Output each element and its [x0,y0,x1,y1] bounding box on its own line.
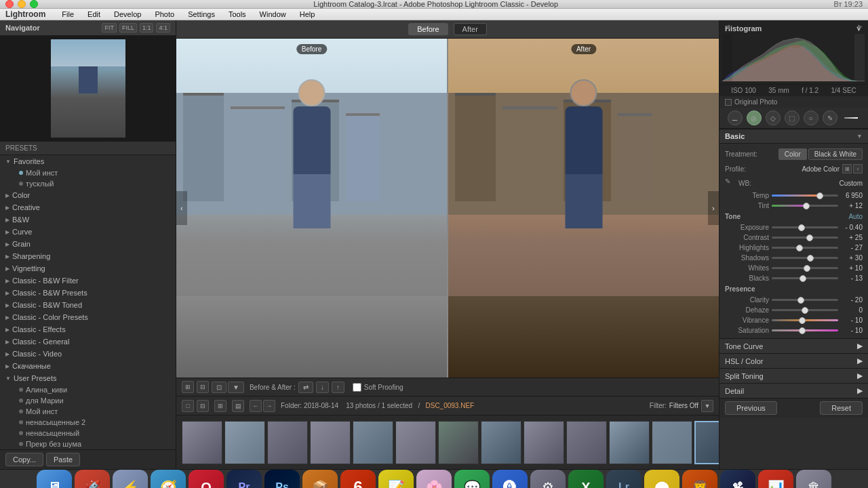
preset-group-grain[interactable]: ▶ Grain [0,238,176,250]
preset-group-classic-video[interactable]: ▶ Classic - Video [0,348,176,360]
exposure-slider[interactable] [772,226,838,228]
dock-finder[interactable]: 🖥 [37,470,72,488]
dock-brave[interactable]: 🦁 [682,470,717,488]
filmstrip-thumb-2[interactable] [224,421,265,464]
dock-whatsapp[interactable]: 💬 [454,470,490,488]
preset-group-classic-bw-filter[interactable]: ▶ Classic - B&W Filter [0,274,176,287]
basic-section-header[interactable]: Basic ▼ [719,129,868,144]
nav-arrow-right[interactable]: › [708,191,719,225]
profile-expand-icon[interactable]: › [853,164,863,174]
soft-proofing-checkbox[interactable] [353,383,361,392]
tone-auto[interactable]: Auto [848,213,863,220]
split-toning-section[interactable]: Split Toning ▶ [719,368,868,383]
preset-item-tuskly[interactable]: тусклый [14,178,176,189]
treatment-color-btn[interactable]: Color [778,148,807,160]
filmstrip-thumb-7[interactable] [438,421,479,464]
saturation-slider[interactable] [772,329,838,331]
filmstrip-thumb-13-selected[interactable] [694,421,719,464]
filmstrip-thumb-12[interactable] [652,421,692,464]
preset-item-alina[interactable]: Алина_киви [14,384,176,395]
zoom-1-1[interactable]: 1:1 [140,23,154,33]
preset-item-maria[interactable]: для Марии [14,395,176,406]
preset-group-color[interactable]: ▶ Color [0,189,176,201]
menu-window[interactable]: Window [257,9,289,20]
dock-archiver[interactable]: 📦 [302,470,338,488]
preset-group-classic-bw-toned[interactable]: ▶ Classic - B&W Toned [0,299,176,311]
preset-group-vignetting[interactable]: ▶ Vignetting [0,262,176,274]
copy-button[interactable]: Copy... [5,453,43,466]
radial-filter[interactable]: ○ [804,110,818,125]
prev-photo-btn[interactable]: ← [250,400,262,412]
filmstrip-thumb-3[interactable] [267,421,308,464]
ba-mode-btn-2[interactable]: ▼ [228,382,244,393]
filmstrip-thumb-9[interactable] [524,421,564,464]
nav-arrow-left[interactable]: ‹ [176,191,187,225]
menu-file[interactable]: File [59,9,77,20]
dock-launchpad[interactable]: 🚀 [75,470,110,488]
contrast-slider[interactable] [772,237,838,239]
preset-item-nenasych-2[interactable]: ненасыщенные 2 [14,417,176,428]
previous-button[interactable]: Previous [725,401,777,415]
preset-group-skachannye[interactable]: ▶ Скачанные [0,360,176,372]
preset-group-classic-bw-presets[interactable]: ▶ Classic - B&W Presets [0,287,176,299]
minimize-button[interactable] [18,0,26,8]
preset-item-moy-inst[interactable]: Мой инст [14,167,176,178]
dock-excel[interactable]: X [568,470,604,488]
blacks-slider[interactable] [772,277,838,279]
ba-mode-btn-1[interactable]: ⊡ [212,382,226,393]
dock-chrome[interactable]: ⬤ [644,470,679,488]
preset-item-prekr[interactable]: Прекр без шума [14,439,176,449]
preset-group-curve[interactable]: ▶ Curve [0,226,176,238]
loupe-icon[interactable]: □ [182,400,194,412]
filmstrip-thumb-4[interactable] [310,421,351,464]
whites-slider[interactable] [772,267,838,269]
preset-group-classic-general[interactable]: ▶ Classic - General [0,336,176,348]
hsl-color-section[interactable]: HSL / Color ▶ [719,353,868,368]
preset-group-classic-color-presets[interactable]: ▶ Classic - Color Presets [0,311,176,323]
menu-photo[interactable]: Photo [152,9,177,20]
maximize-button[interactable] [30,0,38,8]
menu-help[interactable]: Help [297,9,318,20]
filmstrip-thumb-10[interactable] [566,421,607,464]
zoom-fit[interactable]: FIT [102,23,117,33]
menu-edit[interactable]: Edit [85,9,103,20]
brush-tool[interactable]: ✎ [823,110,837,125]
detail-section[interactable]: Detail ▶ [719,383,868,398]
paste-button[interactable]: Paste [46,453,80,466]
dock-photoshop[interactable]: Ps [264,470,300,488]
temp-slider[interactable] [772,195,838,197]
zoom-4-1[interactable]: 4:1 [156,23,170,33]
menu-tools[interactable]: Tools [226,9,249,20]
ba-copy-btn[interactable]: ↓ [316,382,329,393]
next-photo-btn[interactable]: → [263,400,275,412]
preset-item-user-moy-inst[interactable]: Мой инст [14,406,176,417]
preset-group-sharpening[interactable]: ▶ Sharpening [0,250,176,262]
ba-swap-btn[interactable]: ⇄ [298,382,313,393]
menu-settings[interactable]: Settings [185,9,218,20]
dock-photos[interactable]: 🌸 [416,470,452,488]
preset-item-nenasych[interactable]: ненасыщенный [14,428,176,439]
grid-view-icon[interactable]: ⊞ [214,400,226,412]
filmstrip-thumb-1[interactable] [182,421,222,464]
dock-powerpoint[interactable]: 📊 [758,470,793,488]
original-photo-checkbox[interactable] [725,99,732,106]
compare-icon[interactable]: ⊟ [197,400,209,412]
spot-tool[interactable]: ◎ [747,110,762,125]
grid-icon[interactable]: ⊞ [182,381,194,393]
shadow-warning[interactable]: ◀ [725,23,730,30]
redeye-tool[interactable]: ◇ [766,110,781,125]
preset-group-classic-effects[interactable]: ▶ Classic - Effects [0,323,176,336]
dock-prefs[interactable]: ⚙ [530,470,566,488]
dock-rocket[interactable]: ⚡ [113,470,148,488]
dock-stickies[interactable]: 📝 [378,470,414,488]
graduated-filter[interactable]: ⬚ [785,110,800,125]
dock-premiere[interactable]: Pr [226,470,262,488]
shadows-slider[interactable] [772,257,838,259]
filmstrip-thumb-11[interactable] [609,421,650,464]
filmstrip-thumb-5[interactable] [353,421,393,464]
dock-safari[interactable]: 🧭 [151,470,186,488]
ba-copy-btn-2[interactable]: ↑ [332,382,344,393]
tint-slider[interactable] [772,205,838,207]
before-button[interactable]: Before [408,23,448,35]
dock-imovie[interactable]: 📽 [720,470,755,488]
